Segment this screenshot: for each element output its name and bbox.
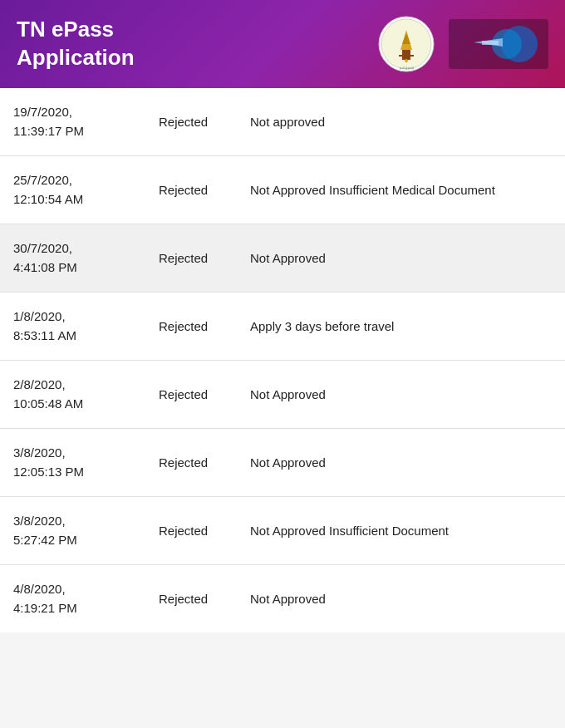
status-badge: Rejected: [159, 455, 250, 470]
table-row: 19/7/2020, 11:39:17 PMRejectedNot approv…: [0, 88, 565, 156]
table-row: 1/8/2020, 8:53:11 AMRejectedApply 3 days…: [0, 293, 565, 361]
date-cell: 3/8/2020, 12:05:13 PM: [13, 444, 159, 481]
status-badge: Rejected: [159, 387, 250, 401]
app-title: TN ePass Application: [17, 16, 364, 72]
reason-cell: Not Approved: [250, 386, 552, 403]
status-badge: Rejected: [159, 319, 250, 333]
status-badge: Rejected: [159, 183, 250, 197]
reason-cell: Apply 3 days before travel: [250, 317, 552, 335]
reason-cell: Not approved: [250, 113, 552, 130]
reason-cell: Not Approved: [250, 249, 552, 267]
reason-cell: Not Approved Insufficient Medical Docume…: [250, 181, 552, 199]
state-emblem: தமிழ்நாடு: [377, 15, 435, 73]
table-row: 3/8/2020, 5:27:42 PMRejectedNot Approved…: [0, 497, 565, 565]
status-badge: Rejected: [159, 592, 250, 606]
date-cell: 25/7/2020, 12:10:54 AM: [13, 171, 159, 209]
reason-cell: Not Approved Insufficient Document: [250, 522, 552, 539]
applications-table: 19/7/2020, 11:39:17 PMRejectedNot approv…: [0, 88, 565, 632]
status-badge: Rejected: [159, 251, 250, 265]
svg-rect-11: [482, 41, 499, 45]
date-cell: 30/7/2020, 4:41:08 PM: [13, 239, 159, 277]
table-row: 30/7/2020, 4:41:08 PMRejectedNot Approve…: [0, 224, 565, 293]
status-badge: Rejected: [159, 524, 250, 538]
date-cell: 2/8/2020, 10:05:48 AM: [13, 376, 159, 413]
reason-cell: Not Approved: [250, 590, 552, 607]
svg-rect-5: [399, 55, 414, 57]
app-logo: [449, 19, 548, 69]
reason-cell: Not Approved: [250, 454, 552, 471]
svg-point-6: [405, 59, 408, 62]
date-cell: 19/7/2020, 11:39:17 PM: [13, 103, 159, 140]
table-row: 25/7/2020, 12:10:54 AMRejectedNot Approv…: [0, 156, 565, 224]
table-row: 4/8/2020, 4:19:21 PMRejectedNot Approved: [0, 565, 565, 632]
status-badge: Rejected: [159, 115, 250, 129]
date-cell: 4/8/2020, 4:19:21 PM: [13, 580, 159, 617]
date-cell: 3/8/2020, 5:27:42 PM: [13, 512, 159, 549]
date-cell: 1/8/2020, 8:53:11 AM: [13, 307, 159, 345]
table-row: 3/8/2020, 12:05:13 PMRejectedNot Approve…: [0, 429, 565, 497]
app-header: TN ePass Application தமிழ்நாடு: [0, 0, 565, 88]
table-row: 2/8/2020, 10:05:48 AMRejectedNot Approve…: [0, 361, 565, 429]
